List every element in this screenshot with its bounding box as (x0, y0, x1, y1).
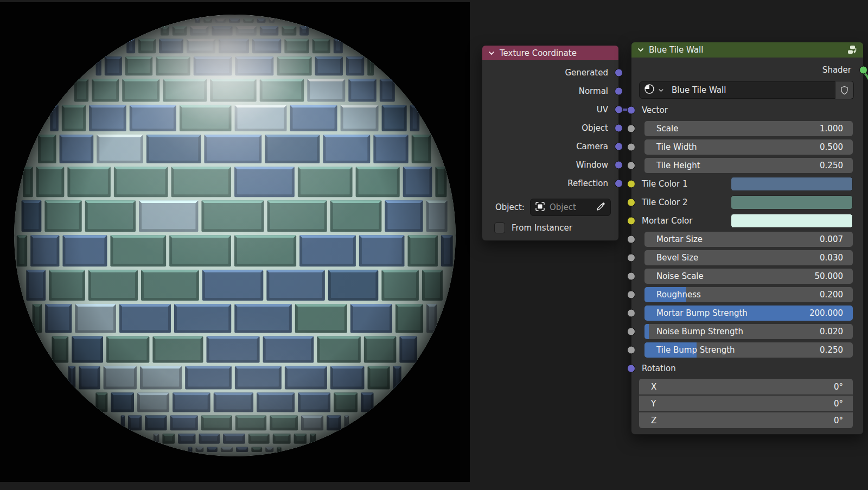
slider-value: 200.000 (809, 308, 843, 318)
slider-label: Bevel Size (656, 253, 698, 263)
output-label: Window (576, 160, 608, 170)
bevel-size-slider[interactable]: Bevel Size0.030 (644, 250, 853, 265)
chevron-down-icon[interactable] (658, 85, 664, 96)
input-row-tile-width: Tile Width0.500 (631, 138, 863, 156)
viewport-3d[interactable] (0, 2, 470, 482)
output-label: Object (582, 123, 608, 133)
shader-output-socket[interactable] (859, 66, 867, 74)
slider-label: Mortar Bump Strength (656, 308, 748, 318)
eyedropper-icon[interactable] (596, 201, 606, 213)
output-label: Reflection (567, 179, 608, 188)
node-blue-tile-wall[interactable]: Blue Tile Wall ShaderBlue Tile WallVecto… (631, 42, 864, 435)
output-label: Generated (565, 68, 608, 78)
input-label: Tile Color 1 (642, 179, 688, 189)
chevron-down-icon[interactable] (488, 49, 495, 57)
output-label: UV (597, 105, 608, 114)
object-picker-field[interactable]: Object (530, 199, 611, 216)
input-row-tile-bump-strength: Tile Bump Strength0.250 (631, 341, 863, 359)
tile-color-1-input-socket[interactable] (627, 180, 635, 188)
generated-output-socket[interactable] (615, 69, 623, 77)
camera-output-socket[interactable] (615, 143, 623, 151)
tile-width-input-socket[interactable] (627, 143, 635, 151)
slider-label: Scale (656, 124, 678, 133)
input-label: Tile Color 2 (642, 198, 688, 207)
window-output-socket[interactable] (615, 161, 623, 169)
input-row-tile-height: Tile Height0.250 (631, 156, 863, 175)
axis-value: 0° (834, 399, 843, 409)
rotation-y-field[interactable]: Y0° (639, 396, 853, 411)
reflection-output-socket[interactable] (615, 180, 623, 188)
tile-color-2-input-socket[interactable] (627, 199, 635, 207)
node-texture-coordinate[interactable]: Texture Coordinate GeneratedNormalUVObje… (482, 45, 619, 241)
slider-label: Tile Bump Strength (656, 345, 735, 355)
mortar-color-swatch[interactable] (731, 214, 853, 228)
bevel-size-input-socket[interactable] (627, 254, 635, 262)
node-title: Texture Coordinate (500, 48, 613, 58)
output-row-object: Object (482, 119, 618, 137)
output-label: Camera (576, 142, 608, 151)
input-row-tile-color-2: Tile Color 2 (631, 193, 863, 212)
slider-value: 0.250 (820, 345, 843, 355)
tile-color-1-swatch[interactable] (731, 177, 853, 191)
input-row-scale: Scale1.000 (631, 119, 863, 138)
output-row-generated: Generated (482, 63, 618, 82)
rotation-input-socket[interactable] (627, 365, 635, 373)
slider-value: 0.500 (820, 142, 843, 152)
texture-coordinate-header[interactable]: Texture Coordinate (482, 46, 618, 60)
tile-bump-strength-input-socket[interactable] (627, 346, 635, 354)
noise-scale-slider[interactable]: Noise Scale50.000 (644, 269, 853, 284)
output-row-shader: Shader (631, 61, 863, 79)
vector-input-socket[interactable] (627, 106, 635, 114)
mortar-size-input-socket[interactable] (627, 236, 635, 244)
input-row-vector: Vector (631, 101, 863, 119)
tile-bump-strength-slider[interactable]: Tile Bump Strength0.250 (644, 342, 853, 358)
blue-tile-wall-header[interactable]: Blue Tile Wall (631, 42, 863, 58)
tile-width-slider[interactable]: Tile Width0.500 (644, 139, 853, 155)
blender-shader-editor: Texture Coordinate GeneratedNormalUVObje… (0, 0, 868, 490)
roughness-input-socket[interactable] (627, 291, 635, 299)
noise-bump-strength-input-socket[interactable] (627, 328, 635, 336)
roughness-slider[interactable]: Roughness0.200 (644, 287, 853, 302)
material-name[interactable]: Blue Tile Wall (672, 85, 726, 95)
fake-user-button[interactable] (835, 81, 854, 99)
slider-label: Tile Height (656, 161, 700, 170)
noise-bump-strength-slider[interactable]: Noise Bump Strength0.020 (644, 324, 853, 339)
output-label: Normal (579, 86, 608, 96)
object-icon (535, 201, 545, 214)
slider-value: 50.000 (815, 271, 844, 281)
slider-value: 0.250 (820, 161, 843, 170)
input-row-bevel-size: Bevel Size0.030 (631, 249, 863, 267)
mortar-bump-strength-slider[interactable]: Mortar Bump Strength200.000 (644, 306, 853, 321)
from-instancer-checkbox[interactable] (494, 222, 505, 233)
rotation-x-field[interactable]: X0° (639, 379, 853, 394)
mortar-size-slider[interactable]: Mortar Size0.007 (644, 232, 853, 247)
uv-output-socket[interactable] (615, 106, 623, 114)
input-row-noise-scale: Noise Scale50.000 (631, 267, 863, 285)
slider-label: Roughness (656, 290, 701, 300)
rotation-xyz-widget: X0°Y0°Z0° (639, 379, 853, 428)
input-row-mortar-bump-strength: Mortar Bump Strength200.000 (631, 304, 863, 322)
slider-value: 0.020 (820, 327, 843, 336)
input-label: Mortar Color (642, 216, 692, 226)
axis-label: Z (651, 416, 656, 425)
rotation-z-field[interactable]: Z0° (639, 412, 853, 428)
output-row-reflection: Reflection (482, 174, 618, 193)
mortar-color-input-socket[interactable] (627, 217, 635, 225)
axis-label: X (651, 382, 656, 392)
output-row-uv: UV (482, 100, 618, 119)
node-title: Blue Tile Wall (649, 45, 841, 55)
slider-value: 0.200 (820, 290, 843, 300)
normal-output-socket[interactable] (615, 87, 623, 96)
tile-height-slider[interactable]: Tile Height0.250 (644, 158, 853, 173)
tile-height-input-socket[interactable] (627, 162, 635, 170)
noise-scale-input-socket[interactable] (627, 272, 635, 281)
scale-input-socket[interactable] (627, 125, 635, 133)
tile-color-2-swatch[interactable] (731, 195, 853, 209)
input-row-tile-color-1: Tile Color 1 (631, 175, 863, 193)
material-selector-row: Blue Tile Wall (631, 79, 863, 101)
chevron-down-icon[interactable] (637, 46, 644, 54)
object-output-socket[interactable] (615, 124, 623, 132)
mortar-bump-strength-input-socket[interactable] (627, 309, 635, 317)
material-selector[interactable]: Blue Tile Wall (639, 81, 835, 99)
scale-slider[interactable]: Scale1.000 (644, 121, 853, 136)
